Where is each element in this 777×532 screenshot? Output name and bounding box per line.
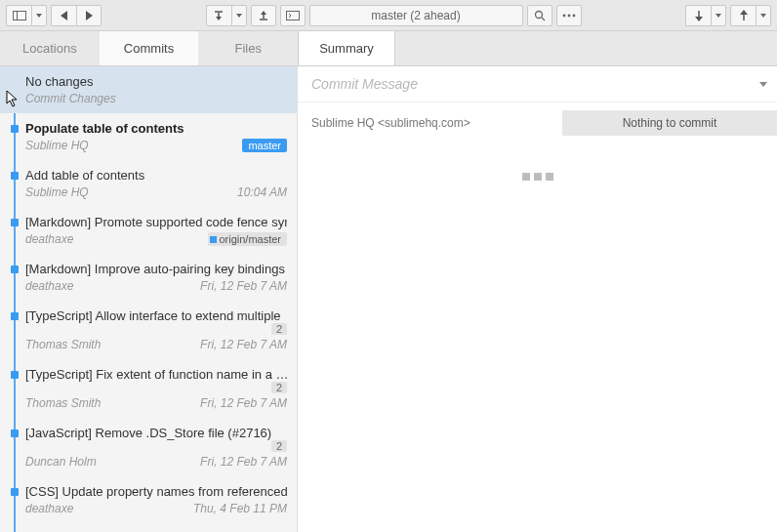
commit-message-placeholder: Commit Message bbox=[311, 76, 418, 92]
svg-point-16 bbox=[567, 14, 570, 17]
file-count-badge: 2 bbox=[271, 382, 287, 393]
svg-marker-23 bbox=[760, 14, 766, 18]
file-count-badge: 2 bbox=[271, 440, 287, 452]
detail-pane: Commit Message Sublime HQ <sublimehq.com… bbox=[298, 66, 777, 532]
sidebar-toggle-dropdown[interactable] bbox=[31, 5, 47, 26]
commit-subline: Thomas SmithFri, 12 Feb 7 AM bbox=[25, 396, 287, 410]
commit-author: deathaxe bbox=[25, 502, 73, 515]
svg-line-14 bbox=[542, 18, 545, 20]
right-tabs: Summary bbox=[298, 31, 777, 65]
commit-time: Fri, 12 Feb 7 AM bbox=[200, 279, 287, 293]
commit-author: Sublime HQ bbox=[25, 139, 89, 152]
graph-node bbox=[11, 266, 19, 273]
commit-item[interactable]: [TypeScript] Fix extent of function name… bbox=[0, 359, 297, 418]
graph-node bbox=[11, 371, 19, 379]
back-button[interactable] bbox=[51, 5, 76, 26]
commit-item[interactable]: [TypeScript] Allow interface to extend m… bbox=[0, 301, 297, 359]
tab-summary[interactable]: Summary bbox=[298, 31, 395, 65]
tab-locations[interactable]: Locations bbox=[0, 31, 100, 65]
pull-dropdown[interactable] bbox=[711, 5, 726, 26]
commit-author: Sublime HQ bbox=[25, 185, 89, 199]
chevron-down-icon[interactable] bbox=[759, 82, 767, 87]
terminal-button[interactable] bbox=[280, 5, 306, 26]
svg-point-15 bbox=[562, 14, 565, 17]
commit-list-pane: No changesCommit ChangesPopulate table o… bbox=[0, 66, 298, 532]
svg-marker-22 bbox=[740, 10, 748, 15]
commit-time: Thu, 4 Feb 11 PM bbox=[193, 502, 287, 515]
svg-marker-4 bbox=[86, 11, 93, 20]
svg-point-13 bbox=[535, 11, 542, 18]
commit-title: [JavaScript] Remove .DS_Store file (#271… bbox=[25, 426, 287, 452]
svg-marker-7 bbox=[216, 17, 222, 20]
svg-point-17 bbox=[572, 14, 575, 17]
commit-button[interactable]: Nothing to commit bbox=[562, 110, 777, 136]
commit-subline: Sublime HQ10:04 AM bbox=[25, 185, 287, 199]
left-tabs: Locations Commits Files bbox=[0, 31, 298, 65]
commit-subline: Duncan HolmFri, 12 Feb 7 AM bbox=[25, 455, 287, 469]
commit-author: Duncan Holm bbox=[25, 455, 97, 469]
commit-message-input[interactable]: Commit Message bbox=[298, 66, 777, 102]
commit-author: deathaxe bbox=[25, 232, 73, 246]
commit-item[interactable]: [JavaScript] Remove .DS_Store file (#271… bbox=[0, 418, 297, 476]
forward-button[interactable] bbox=[76, 5, 102, 26]
tab-files[interactable]: Files bbox=[198, 31, 298, 65]
branch-tag-origin: origin/master bbox=[208, 232, 287, 246]
commit-subline: deathaxeFri, 12 Feb 7 AM bbox=[25, 279, 287, 293]
commit-title: [Markdown] Improve auto-pairing key bind… bbox=[25, 262, 287, 276]
branch-title[interactable]: master (2 ahead) bbox=[309, 5, 523, 26]
svg-rect-12 bbox=[286, 11, 299, 20]
commit-item[interactable]: No changesCommit Changes bbox=[0, 66, 297, 113]
graph-node bbox=[11, 430, 19, 437]
commit-title: Add table of contents bbox=[25, 168, 287, 183]
commit-title: No changes bbox=[25, 74, 287, 89]
commit-author: Thomas Smith bbox=[25, 396, 101, 410]
commit-title: [Markdown] Promote supported code fence … bbox=[25, 215, 287, 229]
push-dropdown[interactable] bbox=[756, 5, 771, 26]
stash-button[interactable] bbox=[206, 5, 231, 26]
commit-author: deathaxe bbox=[25, 279, 73, 293]
tab-commits[interactable]: Commits bbox=[100, 31, 199, 65]
commit-item[interactable]: Populate table of contentsSublime HQmast… bbox=[0, 113, 297, 160]
svg-marker-24 bbox=[759, 82, 767, 87]
graph-node bbox=[11, 172, 19, 180]
more-button[interactable] bbox=[556, 5, 582, 26]
commit-subline: Commit Changes bbox=[25, 92, 287, 105]
svg-marker-20 bbox=[716, 14, 721, 18]
commit-time: Fri, 12 Feb 7 AM bbox=[200, 396, 287, 410]
commit-title: [CSS] Update property names from referen… bbox=[25, 484, 287, 499]
svg-marker-8 bbox=[236, 14, 242, 18]
commit-author: Commit Changes bbox=[25, 92, 116, 105]
commit-subline: Thomas SmithFri, 12 Feb 7 AM bbox=[25, 338, 287, 351]
svg-marker-11 bbox=[261, 11, 266, 15]
commit-item[interactable]: [Markdown] Promote supported code fence … bbox=[0, 207, 297, 254]
pull-button[interactable] bbox=[685, 5, 711, 26]
commit-subline: deathaxeThu, 4 Feb 11 PM bbox=[25, 502, 287, 515]
pop-stash-button[interactable] bbox=[251, 5, 276, 26]
commit-title: Populate table of contents bbox=[25, 121, 287, 136]
graph-node bbox=[11, 312, 19, 320]
stash-dropdown[interactable] bbox=[231, 5, 247, 26]
commit-title: [TypeScript] Fix extent of function name… bbox=[25, 367, 287, 393]
commit-author-field[interactable]: Sublime HQ <sublimehq.com> bbox=[311, 116, 552, 130]
commit-item[interactable]: [Markdown] Improve auto-pairing key bind… bbox=[0, 254, 297, 301]
commit-time: 10:04 AM bbox=[237, 185, 287, 199]
commit-item[interactable]: Add table of contentsSublime HQ10:04 AM bbox=[0, 160, 297, 207]
graph-node bbox=[11, 488, 19, 496]
push-button[interactable] bbox=[730, 5, 756, 26]
commit-author: Thomas Smith bbox=[25, 338, 101, 351]
svg-marker-19 bbox=[695, 17, 703, 21]
sidebar-toggle-button[interactable] bbox=[6, 5, 31, 26]
branch-tag-master: master bbox=[242, 139, 287, 152]
toolbar: master (2 ahead) bbox=[0, 0, 777, 31]
commit-subline: Sublime HQmaster bbox=[25, 139, 287, 152]
cursor-icon bbox=[6, 90, 20, 107]
commit-list[interactable]: No changesCommit ChangesPopulate table o… bbox=[0, 66, 297, 532]
commit-subline: deathaxeorigin/master bbox=[25, 232, 287, 246]
svg-marker-3 bbox=[61, 11, 67, 20]
graph-node bbox=[11, 219, 19, 226]
search-button[interactable] bbox=[527, 5, 552, 26]
commit-title: [TypeScript] Allow interface to extend m… bbox=[25, 308, 287, 335]
commit-item[interactable]: [CSS] Update property names from referen… bbox=[0, 476, 297, 523]
file-count-badge: 2 bbox=[271, 323, 287, 335]
commit-item[interactable]: [CSS] Fix color functions in blend() (#2… bbox=[0, 523, 297, 532]
